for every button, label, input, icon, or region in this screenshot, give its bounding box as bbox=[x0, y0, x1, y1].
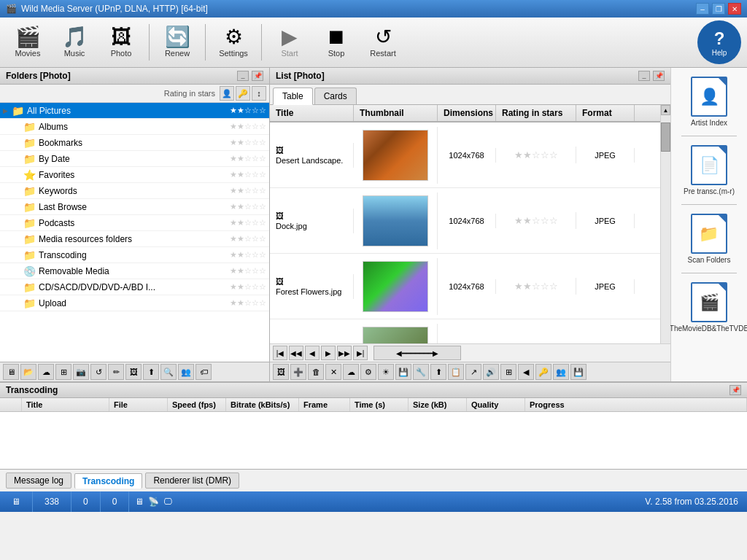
action-settings2-icon[interactable]: ⚙ bbox=[360, 364, 376, 380]
cell-rating: ★★☆☆☆ bbox=[496, 278, 576, 295]
scroll-thumb[interactable] bbox=[661, 122, 670, 152]
action-grid2-icon[interactable]: ⊞ bbox=[500, 364, 516, 380]
people-icon[interactable]: 👥 bbox=[178, 364, 194, 380]
edit-icon[interactable]: ✏ bbox=[108, 364, 124, 380]
cell-format: JPEG bbox=[576, 214, 635, 228]
nav-first-button[interactable]: |◀ bbox=[273, 346, 287, 360]
settings-button[interactable]: ⚙ Settings bbox=[212, 23, 255, 61]
folder-tree-item[interactable]: ⭐Favorites★★☆☆☆ bbox=[0, 167, 269, 183]
folder-rating: ★★☆☆☆ bbox=[230, 186, 266, 195]
action-up-icon[interactable]: ⬆ bbox=[430, 364, 446, 380]
tag-icon[interactable]: 🏷 bbox=[196, 364, 212, 380]
movies-button[interactable]: 🎬 Movies bbox=[6, 23, 50, 61]
action-key2-icon[interactable]: 🔑 bbox=[535, 364, 551, 380]
search-icon[interactable]: 🔍 bbox=[160, 364, 177, 380]
camera-icon[interactable]: 📷 bbox=[73, 364, 89, 380]
transcoding-table-header: Title File Speed (fps) Bitrate (kBits/s)… bbox=[0, 398, 747, 412]
folder-tree-item[interactable]: 📁Transcoding★★☆☆☆ bbox=[0, 247, 269, 263]
folder-tree-item[interactable]: 📁By Date★★☆☆☆ bbox=[0, 151, 269, 167]
folder-tree-item[interactable]: 📁Upload★★☆☆☆ bbox=[0, 295, 269, 311]
action-sound-icon[interactable]: 🔊 bbox=[483, 364, 499, 380]
action-sun-icon[interactable]: ☀ bbox=[378, 364, 394, 380]
action-add-icon[interactable]: ➕ bbox=[290, 364, 306, 380]
folder-tree-item[interactable]: 📁CD/SACD/DVD/DVD-A/BD I...★★☆☆☆ bbox=[0, 279, 269, 295]
upload-icon[interactable]: ⬆ bbox=[143, 364, 159, 380]
action-prev2-icon[interactable]: ◀ bbox=[518, 364, 534, 380]
music-button[interactable]: 🎵 Music bbox=[53, 23, 96, 61]
action-tools-icon[interactable]: 🔧 bbox=[413, 364, 429, 380]
action-view-icon[interactable]: 🖼 bbox=[273, 364, 289, 380]
key-icon[interactable]: 🔑 bbox=[236, 86, 250, 101]
nav-prev-button[interactable]: ◀ bbox=[305, 346, 320, 360]
status-monitor-icon: 🖥 bbox=[135, 497, 144, 507]
nav-prev-prev-button[interactable]: ◀◀ bbox=[289, 346, 303, 360]
refresh-icon[interactable]: ↺ bbox=[90, 364, 107, 380]
sort-icon[interactable]: ↕ bbox=[252, 86, 266, 101]
action-people2-icon[interactable]: 👥 bbox=[553, 364, 569, 380]
help-button[interactable]: ? Help bbox=[697, 20, 741, 64]
tab-renderer-list[interactable]: Renderer list (DMR) bbox=[145, 472, 239, 489]
scroll-up-button[interactable]: ▲ bbox=[661, 105, 670, 115]
tab-transcoding[interactable]: Transcoding bbox=[74, 473, 142, 489]
folder-tree-item[interactable]: 📁Keywords★★☆☆☆ bbox=[0, 183, 269, 199]
scan-folders-icon[interactable]: 📁 Scan Folders bbox=[685, 211, 734, 267]
add-user-icon[interactable]: 👤 bbox=[220, 86, 234, 101]
list-panel-minimize-button[interactable]: _ bbox=[638, 71, 650, 81]
nav-next-next-button[interactable]: ▶▶ bbox=[337, 346, 352, 360]
renew-icon: 🔄 bbox=[165, 27, 190, 47]
photo-thumbnail bbox=[363, 130, 428, 181]
help-label: Help bbox=[712, 49, 727, 57]
nav-next-button[interactable]: ▶ bbox=[321, 346, 336, 360]
restore-button[interactable]: ❐ bbox=[712, 3, 725, 15]
folder-rating: ★★☆☆☆ bbox=[230, 250, 266, 260]
minimize-button[interactable]: – bbox=[696, 3, 709, 15]
pre-transc-icon[interactable]: 📄 Pre transc.(m-r) bbox=[681, 142, 738, 198]
stop-button[interactable]: ⏹ Stop bbox=[314, 23, 358, 61]
restart-button[interactable]: ↺ Restart bbox=[361, 23, 405, 61]
action-floppy-icon[interactable]: 💾 bbox=[570, 364, 587, 380]
panel-pin-button[interactable]: 📌 bbox=[252, 71, 263, 81]
tab-message-log[interactable]: Message log bbox=[6, 472, 71, 489]
grid-icon[interactable]: ⊞ bbox=[55, 364, 71, 380]
folder-tree-item[interactable]: 📁Last Browse★★☆☆☆ bbox=[0, 199, 269, 215]
table-row[interactable]: 🖼Desert Landscape.1024x768★★☆☆☆JPEG bbox=[270, 122, 660, 188]
artist-index-icon[interactable]: 👤 Artist Index bbox=[688, 74, 730, 130]
status-bar: 🖥 338 0 0 🖥 📡 🖵 V. 2.58 from 03.25.2016 bbox=[0, 491, 747, 512]
folder-toolbar: Rating in stars 👤 🔑 ↕ bbox=[0, 85, 269, 103]
folder-rating: ★★☆☆☆ bbox=[230, 138, 266, 147]
action-save-icon[interactable]: 💾 bbox=[395, 364, 411, 380]
scroll-track[interactable] bbox=[661, 115, 670, 343]
action-copy-icon[interactable]: 📋 bbox=[448, 364, 464, 380]
image-icon[interactable]: 🖼 bbox=[125, 364, 142, 380]
vertical-scrollbar[interactable]: ▲ ▼ bbox=[660, 105, 670, 343]
action-cancel-icon[interactable]: ✕ bbox=[325, 364, 341, 380]
close-button[interactable]: ✕ bbox=[728, 3, 741, 15]
start-button[interactable]: ▶ Start bbox=[268, 23, 311, 61]
list-panel-pin-button[interactable]: 📌 bbox=[653, 71, 665, 81]
folder-open-icon[interactable]: 📂 bbox=[20, 364, 36, 380]
action-delete-icon[interactable]: 🗑 bbox=[308, 364, 324, 380]
action-cloud-icon[interactable]: ☁ bbox=[343, 364, 359, 380]
tab-cards[interactable]: Cards bbox=[314, 88, 357, 104]
action-share-icon[interactable]: ↗ bbox=[465, 364, 481, 380]
panel-minimize-button[interactable]: _ bbox=[237, 71, 249, 81]
folder-tree-item[interactable]: 📁Media resources folders★★☆☆☆ bbox=[0, 231, 269, 247]
folder-tree-item[interactable]: 📁Podcasts★★☆☆☆ bbox=[0, 215, 269, 231]
transcoding-pin-button[interactable]: 📌 bbox=[729, 385, 741, 395]
moviedb-icon[interactable]: 🎬 TheMovieDB&TheTVDB bbox=[667, 279, 747, 335]
table-row[interactable]: 🖼Forest Flowers.jpg1024x768★★☆☆☆JPEG bbox=[270, 254, 660, 319]
table-row[interactable]: 🖼Dock.jpg1024x768★★☆☆☆JPEG bbox=[270, 188, 660, 254]
photo-button[interactable]: 🖼 Photo bbox=[99, 23, 143, 61]
nav-last-button[interactable]: ▶| bbox=[353, 346, 368, 360]
monitor-icon[interactable]: 🖥 bbox=[3, 364, 19, 380]
table-row[interactable] bbox=[270, 319, 660, 343]
folder-tree-item[interactable]: 📁Bookmarks★★☆☆☆ bbox=[0, 135, 269, 151]
folder-tree-item[interactable]: 📁Albums★★☆☆☆ bbox=[0, 119, 269, 135]
cloud-icon[interactable]: ☁ bbox=[38, 364, 54, 380]
settings-icon: ⚙ bbox=[225, 27, 243, 47]
folder-tree-item[interactable]: ▶📁All Pictures★★☆☆☆ bbox=[0, 103, 269, 119]
tab-table[interactable]: Table bbox=[273, 88, 313, 105]
nav-scrollbar-h[interactable]: ◀━━━━━━━▶ bbox=[374, 346, 461, 360]
renew-button[interactable]: 🔄 Renew bbox=[155, 23, 199, 61]
folder-tree-item[interactable]: 💿Removable Media★★☆☆☆ bbox=[0, 263, 269, 279]
